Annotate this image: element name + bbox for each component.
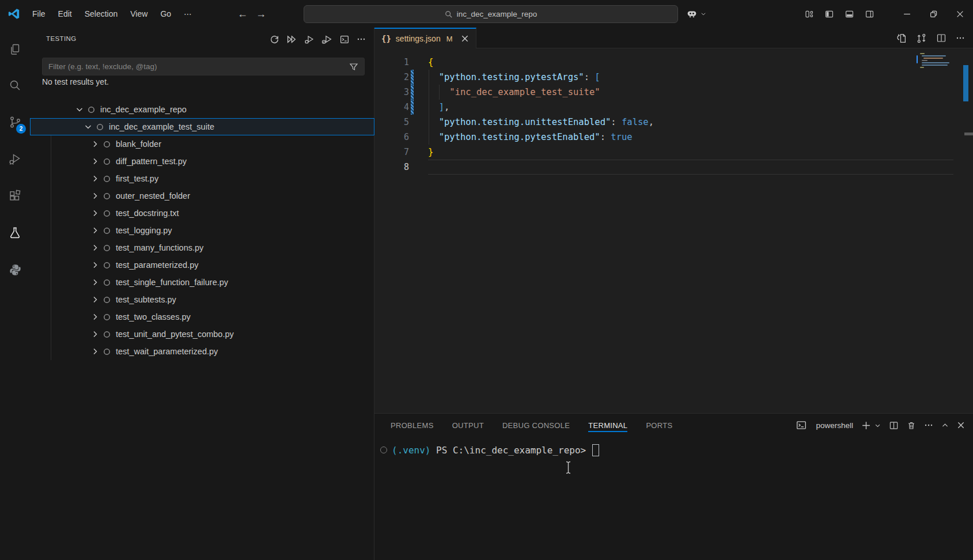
test-tree-item[interactable]: test_single_function_failure.py — [30, 274, 374, 291]
close-tab-icon[interactable] — [461, 35, 469, 43]
chevron-right-icon[interactable] — [90, 191, 100, 200]
test-tree-item[interactable]: test_wait_parameterized.py — [30, 343, 374, 360]
kill-terminal-icon[interactable] — [907, 421, 916, 430]
chevron-right-icon[interactable] — [90, 209, 100, 218]
toggle-primary-sidebar-icon[interactable] — [824, 9, 834, 19]
test-tree-item[interactable]: inc_dec_example_repo — [30, 101, 374, 118]
editor-more-actions-icon[interactable] — [956, 33, 965, 43]
show-output-icon[interactable] — [339, 35, 350, 44]
customize-layout-icon[interactable] — [804, 9, 814, 19]
code-line[interactable]: 8 — [374, 160, 973, 175]
current-line-highlight — [428, 160, 953, 175]
close-window-button[interactable] — [947, 0, 973, 28]
test-tree-item[interactable]: test_two_classes.py — [30, 308, 374, 326]
test-tree-item[interactable]: first_test.py — [30, 170, 374, 187]
modified-gutter-mark — [411, 70, 414, 85]
panel-tab-debug-console[interactable]: DEBUG CONSOLE — [502, 415, 570, 436]
chevron-right-icon[interactable] — [90, 226, 100, 235]
code-line[interactable]: 2 "python.testing.pytestArgs": [ — [374, 70, 973, 85]
chevron-down-icon[interactable] — [84, 122, 93, 131]
chevron-right-icon[interactable] — [90, 157, 100, 166]
code-line[interactable]: 4 ], — [374, 100, 973, 115]
test-tree-item[interactable]: inc_dec_example_test_suite — [30, 118, 374, 135]
run-tests-icon[interactable] — [286, 35, 297, 44]
minimap[interactable] — [918, 53, 959, 68]
code-line[interactable]: 6 "python.testing.pytestEnabled": true — [374, 130, 973, 145]
split-editor-icon[interactable] — [936, 33, 947, 43]
menu-go[interactable]: Go — [154, 6, 177, 21]
chevron-right-icon[interactable] — [90, 347, 100, 356]
sidebar-item-explorer[interactable] — [0, 36, 30, 63]
test-status-icon — [103, 192, 111, 200]
chevron-down-icon[interactable] — [75, 105, 84, 114]
panel-more-actions-icon[interactable] — [924, 421, 933, 430]
menu-selection[interactable]: Selection — [79, 6, 124, 21]
sidebar-item-search[interactable] — [0, 71, 30, 99]
toggle-panel-icon[interactable] — [845, 9, 854, 19]
test-tree-item[interactable]: diff_pattern_test.py — [30, 153, 374, 170]
test-tree-item[interactable]: outer_nested_folder — [30, 187, 374, 205]
split-terminal-icon[interactable] — [889, 421, 899, 430]
debug-tests-icon[interactable] — [304, 35, 315, 44]
sidebar-item-extensions[interactable] — [0, 182, 30, 210]
command-center-search[interactable]: inc_dec_example_repo — [304, 5, 678, 23]
terminal-prompt-line[interactable]: (.venv) PS C:\inc_dec_example_repo> — [380, 442, 599, 457]
tree-item-label: blank_folder — [116, 139, 161, 149]
open-changes-icon[interactable] — [916, 33, 927, 44]
tab-settings-json[interactable]: {} settings.json M — [374, 28, 476, 48]
chevron-right-icon[interactable] — [90, 260, 100, 270]
test-tree-item[interactable]: test_subtests.py — [30, 291, 374, 308]
editor-scrollbar[interactable] — [963, 65, 968, 101]
restore-button[interactable] — [920, 0, 947, 28]
test-tree-item[interactable]: test_parameterized.py — [30, 256, 374, 274]
copilot-button[interactable] — [686, 0, 706, 28]
menu-file[interactable]: File — [26, 6, 51, 21]
panel-tab-terminal[interactable]: TERMINAL — [588, 415, 627, 436]
forward-arrow-icon[interactable]: → — [256, 8, 266, 20]
code-line[interactable]: 5 "python.testing.unittestEnabled": fals… — [374, 115, 973, 130]
menu-edit[interactable]: Edit — [52, 6, 78, 21]
menu-view[interactable]: View — [124, 6, 153, 21]
code-line[interactable]: 7} — [374, 145, 973, 160]
toggle-secondary-sidebar-icon[interactable] — [865, 9, 874, 19]
new-terminal-icon[interactable] — [861, 421, 871, 430]
coverage-tests-icon[interactable] — [321, 35, 332, 44]
test-tree-item[interactable]: test_many_functions.py — [30, 239, 374, 256]
panel-tab-problems[interactable]: PROBLEMS — [391, 415, 434, 436]
chevron-right-icon[interactable] — [90, 174, 100, 183]
refresh-tests-icon[interactable] — [270, 35, 279, 44]
panel-tab-output[interactable]: OUTPUT — [452, 415, 484, 436]
chevron-right-icon[interactable] — [90, 312, 100, 321]
test-tree-item[interactable]: test_logging.py — [30, 222, 374, 239]
test-tree-item[interactable]: test_unit_and_pytest_combo.py — [30, 326, 374, 343]
python-icon — [8, 263, 22, 277]
test-filter-input[interactable] — [43, 62, 349, 71]
maximize-panel-icon[interactable] — [941, 422, 949, 429]
back-arrow-icon[interactable]: ← — [237, 8, 248, 20]
prompt-text: PS C:\inc_dec_example_repo> — [430, 445, 591, 456]
terminal-profile-chevron-icon[interactable] — [874, 422, 881, 429]
open-timeline-icon[interactable] — [896, 33, 907, 44]
code-editor[interactable]: 1{2 "python.testing.pytestArgs": [3 "inc… — [374, 48, 973, 413]
minimize-button[interactable] — [894, 0, 920, 28]
panel-tab-ports[interactable]: PORTS — [646, 415, 672, 436]
chevron-right-icon[interactable] — [90, 243, 100, 252]
sidebar-item-python[interactable] — [0, 256, 30, 283]
sidebar-item-source-control[interactable]: 2 — [0, 108, 30, 136]
chevron-right-icon[interactable] — [90, 330, 100, 339]
sidebar-item-testing[interactable] — [0, 219, 30, 247]
test-tree-item[interactable]: test_docstring.txt — [30, 205, 374, 222]
chevron-right-icon[interactable] — [90, 278, 100, 287]
test-tree-item[interactable]: blank_folder — [30, 135, 374, 153]
tree-item-label: test_single_function_failure.py — [116, 278, 228, 287]
code-line[interactable]: 3 "inc_dec_example_test_suite" — [374, 85, 973, 100]
filter-icon[interactable] — [349, 62, 358, 71]
more-actions-icon[interactable] — [357, 35, 366, 44]
close-panel-icon[interactable] — [957, 421, 965, 429]
shell-name[interactable]: powershell — [816, 421, 853, 430]
chevron-right-icon[interactable] — [90, 139, 100, 149]
sidebar-item-run-debug[interactable] — [0, 145, 30, 173]
menu-overflow-icon[interactable]: ⋯ — [178, 6, 198, 21]
code-line[interactable]: 1{ — [374, 55, 973, 70]
chevron-right-icon[interactable] — [90, 295, 100, 304]
